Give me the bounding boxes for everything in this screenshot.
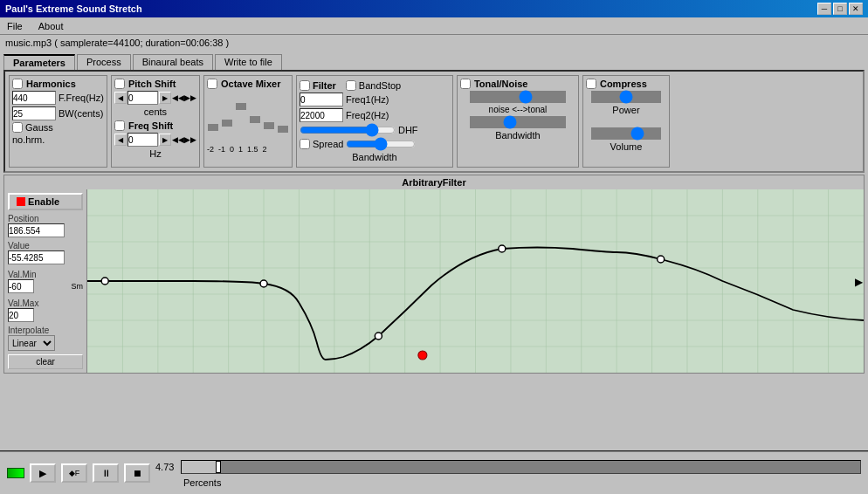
interpolate-select[interactable]: Linear Cubic Cosine [8,335,55,351]
minimize-button[interactable]: ─ [817,3,831,15]
tabs-bar: Parameters Process Binaural beats Write … [0,52,868,70]
window-controls: ─ □ ✕ [817,3,863,15]
ctrl-point-1 [101,278,108,285]
freq-shift-input[interactable] [127,133,158,147]
arbitrary-section: ArbitraryFilter Enable Position Value Va… [3,175,865,374]
interpolate-group: Interpolate Linear Cubic Cosine [8,326,83,351]
pause-button[interactable]: ⏸ [93,463,119,483]
freq-shift-checkbox[interactable] [114,120,125,131]
octave-slider-0[interactable] [235,95,247,143]
pitch-shift-panel: Pitch Shift ◀ ▶ ◀◀▶▶ cents Freq Shift ◀ … [111,75,200,168]
octave-slider-15[interactable] [263,95,275,143]
progress-track[interactable] [181,460,861,474]
value-group: Value [8,241,83,264]
bandstop-checkbox[interactable] [346,80,356,91]
tonal-noise-checkbox[interactable] [460,79,471,89]
freq-shift-title: Freq Shift [114,120,196,131]
pitch-arrows-extra: ◀◀▶▶ [172,93,196,102]
octave-mixer-sliders [207,91,289,143]
diamond-button[interactable]: ◆F [61,463,87,483]
spread-checkbox[interactable] [300,139,310,149]
harmonics-file: no.hrm. [12,134,45,145]
filter-checkbox[interactable] [300,80,310,91]
freq-arrows-extra: ◀◀▶▶ [172,135,196,144]
level-indicator [7,468,24,478]
position-input[interactable] [8,223,65,237]
position-group: Position [8,214,83,237]
menu-about[interactable]: About [35,20,67,32]
pitch-left-btn[interactable]: ◀ [114,92,127,104]
compress-checkbox[interactable] [586,79,596,89]
octave-slider-2[interactable] [277,95,289,143]
tab-process[interactable]: Process [77,54,131,70]
octave-slider-1[interactable] [249,95,261,143]
tab-binaural[interactable]: Binaural beats [133,54,213,70]
sm-indicator: Sm [72,282,84,291]
harmonics-checkbox[interactable] [12,79,23,89]
ctrl-point-3 [375,333,382,340]
enable-button[interactable]: Enable [8,193,83,210]
arbitrary-left-panel: Enable Position Value Val.Min Sm Val.Max [4,189,87,373]
octave-mixer-checkbox[interactable] [207,79,217,89]
freq-shift-left-btn[interactable]: ◀ [114,134,127,146]
freq-shift-right-btn[interactable]: ▶ [159,134,171,146]
ctrl-point-5 [658,256,665,263]
arbitrary-title: ArbitraryFilter [4,175,864,189]
window-title: Paul's Extreme Sound Stretch [5,3,142,14]
spread-slider[interactable] [346,138,416,150]
play-button[interactable]: ▶ [30,463,56,483]
progress-area: 4.73 Percents [155,458,861,488]
filter-panel: Filter BandStop Freq1(Hz) Freq2(Hz) DHF … [296,75,453,168]
arbitrary-graph: ▶ [87,189,864,373]
val-min-input[interactable] [8,279,34,293]
val-min-group: Val.Min [8,270,69,293]
harmonics-bw-input[interactable] [12,106,56,120]
arbitrary-canvas[interactable]: ▶ [87,189,864,373]
tonal-noise-title: Tonal/Noise [460,79,575,89]
ctrl-point-4 [499,245,506,252]
octave-mixer-panel: Octave Mixer -2 -1 0 1 1.5 2 [203,75,293,168]
filter-dhf-slider[interactable] [300,124,396,136]
arbitrary-controls: Enable Position Value Val.Min Sm Val.Max [4,189,864,373]
value-input[interactable] [8,250,65,264]
tab-write-to-file[interactable]: Write to file [215,54,282,70]
harmonics-panel: Harmonics F.Freq(Hz) BW(cents) Gauss no.… [9,75,107,168]
harmonics-freq-input[interactable] [12,91,56,105]
bandwidth-slider[interactable] [470,116,566,128]
filter-freq2-input[interactable] [300,108,343,122]
bottom-transport-bar: ▶ ◆F ⏸ ⏹ 4.73 Percents [0,450,868,494]
progress-fill [182,461,216,473]
pitch-right-btn[interactable]: ▶ [159,92,171,104]
percents-label: Percents [183,477,221,488]
volume-slider[interactable] [591,127,661,140]
close-button[interactable]: ✕ [849,3,863,15]
val-max-input[interactable] [8,308,34,322]
pitch-shift-input[interactable] [127,91,158,105]
red-indicator [17,197,25,206]
tab-parameters[interactable]: Parameters [3,54,75,70]
title-bar: Paul's Extreme Sound Stretch ─ □ ✕ [0,0,868,17]
tonal-noise-slider[interactable] [470,91,566,103]
progress-thumb [216,461,221,473]
maximize-button[interactable]: □ [833,3,847,15]
pitch-shift-checkbox[interactable] [114,79,125,89]
percent-value: 4.73 [155,462,177,472]
harmonics-gauss-checkbox[interactable] [12,122,23,133]
params-area: Harmonics F.Freq(Hz) BW(cents) Gauss no.… [3,70,865,173]
compress-power-slider[interactable] [591,91,661,103]
selected-point [418,351,427,360]
val-max-group: Val.Max [8,298,83,322]
compress-title: Compress [586,79,666,89]
harmonics-title: Harmonics [12,79,104,89]
octave-slider-neg1[interactable] [221,95,233,143]
menu-file[interactable]: File [3,20,26,32]
ctrl-point-2 [260,280,267,287]
menu-bar: File About [0,17,868,35]
octave-labels: -2 -1 0 1 1.5 2 [207,145,289,154]
octave-slider-neg2[interactable] [207,95,219,143]
pitch-shift-title: Pitch Shift [114,79,196,89]
stop-button[interactable]: ⏹ [124,463,150,483]
clear-button[interactable]: clear [8,354,83,369]
svg-text:▶: ▶ [855,276,864,288]
filter-freq1-input[interactable] [300,93,343,106]
